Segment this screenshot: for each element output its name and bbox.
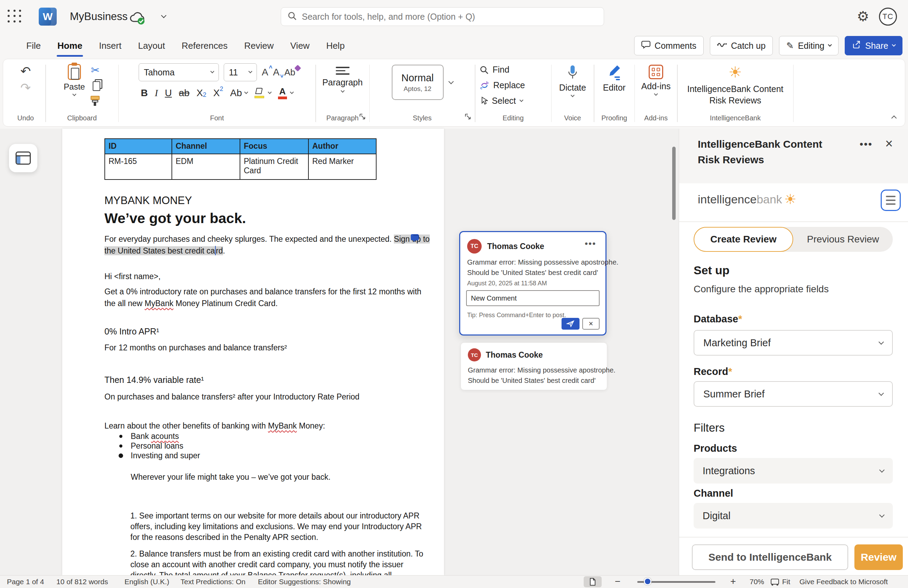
spellcheck-word: MyBank	[268, 421, 297, 430]
collapse-ribbon-chevron-icon[interactable]	[891, 116, 897, 121]
search-bar[interactable]	[281, 7, 604, 26]
tab-previous-review[interactable]: Previous Review	[793, 234, 893, 245]
tab-references[interactable]: References	[173, 37, 236, 55]
save-status-icon[interactable]	[129, 11, 147, 26]
format-painter-button[interactable]	[90, 96, 100, 106]
grow-font-button[interactable]: A˄	[262, 67, 268, 78]
app-launcher-icon[interactable]	[8, 10, 23, 24]
language-status[interactable]: English (U.K.)	[124, 578, 169, 586]
record-select[interactable]: Summer Brief	[694, 381, 893, 407]
font-family-select[interactable]: Tahoma	[138, 63, 219, 81]
send-to-intelligencebank-button[interactable]: Send to IntelligenceBank	[692, 545, 848, 570]
italic-button[interactable]: I	[155, 87, 158, 98]
tab-file[interactable]: File	[18, 37, 49, 55]
document-table[interactable]: ID Channel Focus Author RM-165 EDM Plati…	[105, 139, 377, 180]
doc-heading-mybank-money: MYBANK MONEY	[105, 194, 192, 207]
text-highlight-button[interactable]	[254, 88, 271, 98]
comment-card-active[interactable]: TC Thomas Cooke ••• Grammar error: Missi…	[459, 231, 607, 335]
ribbon: ↶ ↷ Undo Paste ✂ Clipboard Tahoma	[3, 59, 905, 127]
tab-view[interactable]: View	[282, 37, 318, 55]
select-button[interactable]: Select	[480, 96, 523, 106]
editor-suggestions-status[interactable]: Editor Suggestions: Showing	[258, 578, 351, 586]
comments-button[interactable]: Comments	[634, 36, 704, 55]
share-button[interactable]: Share	[845, 36, 902, 55]
zoom-in-button[interactable]: +	[730, 576, 736, 587]
dictate-button[interactable]: Dictate	[559, 65, 586, 98]
post-comment-button[interactable]	[562, 318, 580, 330]
clear-formatting-button[interactable]: Ab	[284, 67, 295, 78]
word-count-status[interactable]: 10 of 812 words	[56, 578, 108, 586]
font-size-value: 11	[229, 68, 245, 77]
replace-button[interactable]: bc Replace	[480, 80, 525, 90]
fit-button[interactable]: Fit	[782, 578, 790, 586]
navigation-pane-icon	[16, 151, 31, 164]
comment-more-options-icon[interactable]: •••	[585, 238, 596, 249]
paste-button[interactable]: Paste	[64, 64, 85, 106]
vertical-scrollbar-thumb[interactable]	[672, 147, 676, 220]
underline-button[interactable]: U	[165, 87, 172, 98]
cancel-comment-button[interactable]: ×	[582, 318, 600, 330]
document-title[interactable]: MyBusiness	[70, 10, 127, 23]
table-header-cell: Author	[308, 139, 376, 154]
tab-review[interactable]: Review	[236, 37, 282, 55]
panel-menu-button[interactable]	[881, 190, 901, 211]
search-icon	[287, 11, 297, 22]
page-count-status[interactable]: Page 1 of 4	[7, 578, 44, 586]
undo-button[interactable]: ↶	[20, 65, 31, 77]
channel-label: Channel	[694, 488, 733, 499]
styles-dialog-launcher-icon[interactable]	[464, 113, 471, 121]
bold-button[interactable]: B	[141, 87, 148, 98]
account-avatar[interactable]: TC	[879, 8, 897, 26]
review-button[interactable]: Review	[855, 545, 903, 570]
editor-button[interactable]: Editor	[603, 65, 626, 93]
panel-more-options-icon[interactable]: •••	[860, 139, 873, 150]
intelligencebank-sun-icon: ☀	[729, 65, 742, 80]
shrink-font-button[interactable]: A˅	[273, 67, 280, 78]
panel-close-icon[interactable]: ×	[885, 136, 893, 151]
superscript-button[interactable]: X2	[213, 87, 223, 98]
comment-card[interactable]: TC Thomas Cooke Grammar error: Missing p…	[460, 342, 607, 390]
undo-group-label: Undo	[17, 114, 34, 124]
intelligencebank-reviews-button[interactable]: ☀ IntelligenceBank Content Risk Reviews	[680, 65, 791, 106]
zoom-slider-thumb[interactable]	[644, 578, 652, 585]
tab-layout[interactable]: Layout	[130, 37, 173, 55]
text-predictions-status[interactable]: Text Predictions: On	[180, 578, 245, 586]
products-select[interactable]: Integrations	[694, 458, 893, 483]
paragraph-button[interactable]: Paragraph	[322, 63, 363, 94]
tab-insert[interactable]: Insert	[90, 37, 130, 55]
styles-chevron-down-icon[interactable]	[448, 79, 454, 84]
settings-gear-icon[interactable]: ⚙	[857, 8, 869, 24]
strikethrough-button[interactable]: ab	[179, 87, 190, 98]
cut-button[interactable]: ✂	[90, 65, 100, 75]
tab-home[interactable]: Home	[49, 37, 90, 55]
subscript-button[interactable]: X2	[196, 87, 206, 98]
paragraph-dialog-launcher-icon[interactable]	[359, 113, 366, 121]
tab-create-review[interactable]: Create Review	[694, 227, 793, 252]
tab-help[interactable]: Help	[318, 37, 353, 55]
style-gallery-current[interactable]: Normal Aptos, 12	[392, 65, 444, 100]
font-color-button[interactable]: A	[278, 87, 293, 99]
navigation-pane-toggle[interactable]	[9, 144, 37, 172]
word-app-icon[interactable]: W	[39, 8, 57, 26]
editing-mode-button[interactable]: ✎ Editing	[779, 36, 839, 55]
feedback-link[interactable]: Give Feedback to Microsoft	[799, 578, 888, 586]
search-input[interactable]	[302, 12, 597, 22]
fit-icon[interactable]	[770, 578, 779, 588]
change-case-button[interactable]: Ab	[230, 87, 248, 98]
database-select[interactable]: Marketing Brief	[694, 330, 893, 356]
zoom-percentage[interactable]: 70%	[750, 578, 764, 586]
channel-chevron-down-icon	[879, 512, 885, 517]
font-size-select[interactable]: 11	[224, 63, 257, 81]
intelligencebank-group-label: IntelligenceBank	[710, 114, 761, 124]
redo-button[interactable]: ↷	[20, 82, 31, 94]
page-view-button[interactable]	[584, 576, 602, 587]
channel-select[interactable]: Digital	[694, 503, 893, 528]
find-button[interactable]: Find	[480, 65, 510, 75]
copy-button[interactable]	[93, 81, 100, 91]
catch-up-button[interactable]: Catch up	[710, 36, 773, 55]
margin-comment-icon[interactable]	[410, 233, 420, 245]
zoom-out-button[interactable]: −	[615, 576, 620, 587]
title-chevron-down-icon[interactable]	[161, 13, 167, 18]
new-comment-input[interactable]	[466, 290, 600, 306]
add-ins-button[interactable]: Add-ins	[641, 65, 671, 96]
